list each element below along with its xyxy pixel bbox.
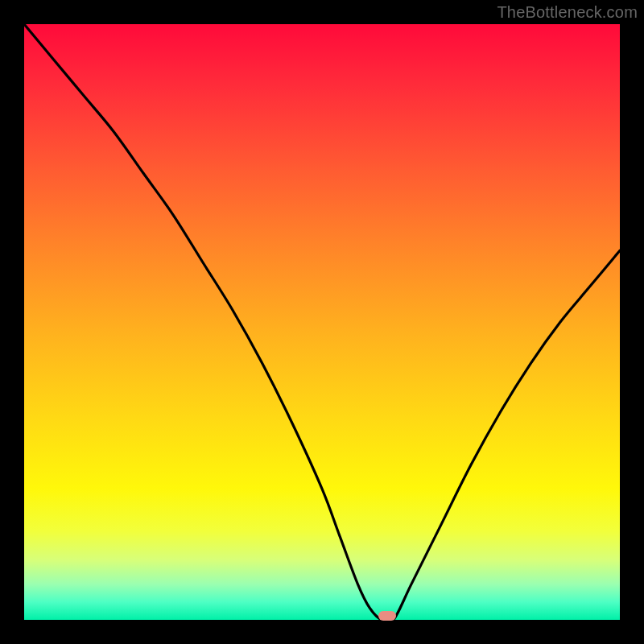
chart-frame: TheBottleneck.com bbox=[0, 0, 644, 644]
bottleneck-curve bbox=[24, 24, 620, 620]
watermark-text: TheBottleneck.com bbox=[497, 3, 638, 22]
optimal-marker bbox=[378, 611, 396, 621]
plot-area bbox=[24, 24, 620, 620]
